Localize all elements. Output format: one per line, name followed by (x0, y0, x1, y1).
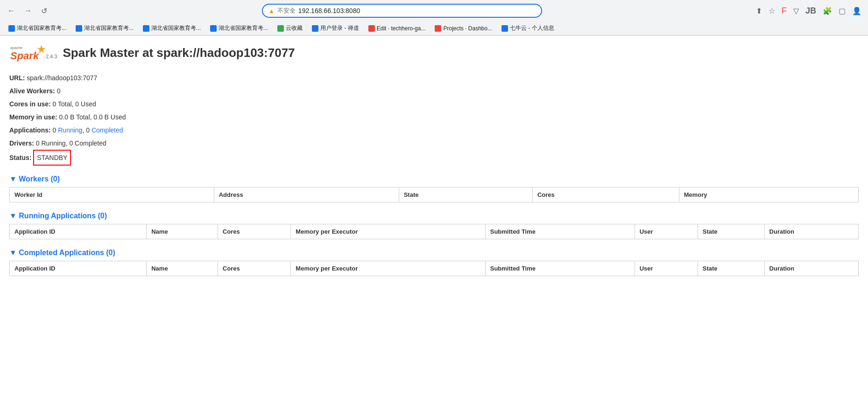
alive-workers-value: 0 (57, 87, 61, 95)
bookmark-label-0: 湖北省国家教育考... (17, 24, 66, 32)
running-apps-section-header[interactable]: ▼ Running Applications (0) (9, 212, 859, 220)
bookmark-icon-3 (210, 25, 217, 32)
completed-apps-arrow: ▼ (9, 249, 17, 257)
spark-logo: apache Spark 2.4.3 (9, 43, 57, 62)
refresh-button[interactable]: ↺ (38, 5, 50, 17)
cores-row: Cores in use: 0 Total, 0 Used (9, 97, 859, 111)
applications-completed-count: 0 (86, 126, 90, 134)
alive-workers-label: Alive Workers: (9, 87, 55, 95)
running-col-appid: Application ID (10, 224, 147, 239)
memory-value: 0.0 B Total, 0.0 B Used (59, 113, 126, 121)
running-col-cores: Cores (218, 224, 291, 239)
address-bar[interactable]: ▲ 不安全 192.168.66.103:8080 (262, 4, 542, 18)
jetbrains-icon[interactable]: JB (804, 4, 818, 18)
completed-col-memory: Memory per Executor (291, 261, 485, 276)
bookmark-icon-4 (277, 25, 284, 32)
bookmark-8[interactable]: 七牛云 - 个人信息 (498, 23, 558, 33)
drivers-value: 0 Running, 0 Completed (36, 139, 106, 147)
applications-row: Applications: 0 Running, 0 Completed (9, 124, 859, 137)
bookmark-label-4: 云收藏 (286, 24, 303, 32)
extension-f-icon[interactable]: F (780, 4, 789, 18)
info-section: URL: spark://hadoop103:7077 Alive Worker… (9, 71, 859, 166)
workers-title: Workers (0) (19, 175, 60, 183)
bookmark-5[interactable]: 用户登录 - 禅道 (308, 23, 363, 33)
workers-col-address: Address (214, 188, 399, 202)
bookmark-label-1: 湖北省国家教育考... (84, 24, 134, 32)
completed-col-cores: Cores (218, 261, 291, 276)
warning-text: 不安全 (277, 7, 296, 15)
bookmark-7[interactable]: Projects · Dashbo... (431, 24, 496, 33)
url-text: 192.168.66.103:8080 (298, 7, 536, 14)
completed-apps-section-header[interactable]: ▼ Completed Applications (0) (9, 249, 859, 257)
running-col-submitted: Submitted Time (485, 224, 635, 239)
workers-col-state: State (399, 188, 532, 202)
back-button[interactable]: ← (5, 5, 18, 17)
status-badge: STANDBY (33, 150, 71, 166)
completed-col-user: User (635, 261, 698, 276)
url-row: URL: spark://hadoop103:7077 (9, 71, 859, 84)
bookmark-4[interactable]: 云收藏 (274, 23, 306, 33)
workers-section-header[interactable]: ▼ Workers (0) (9, 175, 859, 183)
bookmark-0[interactable]: 湖北省国家教育考... (5, 23, 70, 33)
applications-completed-link[interactable]: Completed (92, 126, 123, 134)
running-apps-title: Running Applications (0) (19, 212, 107, 220)
workers-col-memory: Memory (679, 188, 858, 202)
applications-running-link[interactable]: Running (58, 126, 82, 134)
memory-label: Memory in use: (9, 113, 57, 121)
window-icon[interactable]: ▢ (837, 5, 847, 17)
running-col-user: User (635, 224, 698, 239)
share-icon[interactable]: ⬆ (754, 5, 764, 17)
running-col-memory: Memory per Executor (291, 224, 485, 239)
bookmark-label-7: Projects · Dashbo... (443, 25, 492, 32)
running-col-duration: Duration (764, 224, 858, 239)
completed-col-appid: Application ID (10, 261, 147, 276)
url-value: spark://hadoop103:7077 (27, 74, 97, 82)
applications-label: Applications: (9, 126, 51, 134)
spark-logo-svg: apache Spark (9, 43, 47, 62)
bookmark-6[interactable]: Edit · techhero-ga... (365, 24, 430, 33)
running-apps-table-wrapper: Application ID Name Cores Memory per Exe… (9, 224, 859, 239)
status-row: Status: STANDBY (9, 150, 859, 166)
bookmark-icon-5 (312, 25, 318, 32)
running-apps-arrow: ▼ (9, 212, 17, 220)
bookmarks-bar: 湖北省国家教育考... 湖北省国家教育考... 湖北省国家教育考... 湖北省国… (0, 21, 868, 35)
bookmark-2[interactable]: 湖北省国家教育考... (139, 23, 205, 33)
bookmark-label-5: 用户登录 - 禅道 (320, 24, 359, 32)
bookmark-label-2: 湖北省国家教育考... (151, 24, 201, 32)
completed-col-state: State (698, 261, 764, 276)
puzzle-icon[interactable]: 🧩 (821, 5, 834, 17)
status-label: Status: (9, 154, 31, 161)
completed-apps-table-wrapper: Application ID Name Cores Memory per Exe… (9, 261, 859, 276)
completed-apps-table: Application ID Name Cores Memory per Exe… (9, 261, 859, 276)
running-col-name: Name (147, 224, 218, 239)
profile-icon[interactable]: 👤 (850, 5, 863, 17)
bookmark-3[interactable]: 湖北省国家教育考... (206, 23, 272, 33)
extensions-icon[interactable]: ▽ (791, 5, 801, 17)
running-col-state: State (698, 224, 764, 239)
workers-table: Worker Id Address State Cores Memory (9, 187, 859, 202)
workers-table-wrapper: Worker Id Address State Cores Memory (9, 187, 859, 202)
memory-row: Memory in use: 0.0 B Total, 0.0 B Used (9, 111, 859, 124)
drivers-row: Drivers: 0 Running, 0 Completed (9, 137, 859, 150)
applications-running-count: 0 (53, 126, 56, 134)
drivers-label: Drivers: (9, 139, 34, 147)
alive-workers-row: Alive Workers: 0 (9, 84, 859, 97)
forward-button[interactable]: → (21, 5, 35, 17)
spark-version: 2.4.3 (46, 54, 57, 59)
completed-col-submitted: Submitted Time (485, 261, 635, 276)
workers-arrow: ▼ (9, 175, 17, 183)
bookmark-1[interactable]: 湖北省国家教育考... (72, 23, 137, 33)
bookmark-icon-2 (143, 25, 149, 32)
running-apps-table: Application ID Name Cores Memory per Exe… (9, 224, 859, 239)
completed-col-name: Name (147, 261, 218, 276)
svg-text:Spark: Spark (10, 50, 40, 62)
url-label: URL: (9, 74, 25, 82)
spark-header: apache Spark 2.4.3 Spark Master at spark… (9, 43, 859, 62)
workers-col-cores: Cores (532, 188, 679, 202)
bookmark-label-3: 湖北省国家教育考... (219, 24, 268, 32)
bookmark-icon-1 (76, 25, 82, 32)
page-title: Spark Master at spark://hadoop103:7077 (63, 46, 295, 60)
bookmark-icon[interactable]: ☆ (767, 5, 777, 17)
bookmark-icon-8 (501, 25, 508, 32)
cores-label: Cores in use: (9, 100, 51, 108)
